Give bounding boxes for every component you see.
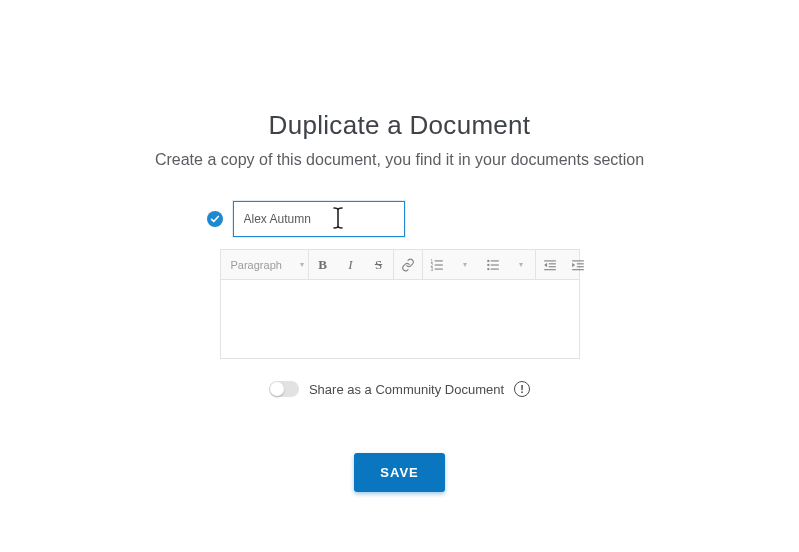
share-label: Share as a Community Document [309,382,504,397]
svg-rect-6 [434,268,442,269]
svg-marker-22 [572,262,575,267]
indent-button[interactable] [564,250,592,280]
toolbar-group-lists: 123 ▾ ▾ [423,250,536,279]
ordered-list-button[interactable]: 123 [423,250,451,280]
svg-point-11 [487,267,489,269]
svg-point-7 [487,259,489,261]
editor-body[interactable] [221,280,579,358]
duplicate-form: Paragraph ▾ B I S 123 ▾ [220,201,580,492]
svg-marker-17 [544,262,547,267]
svg-rect-10 [490,264,498,265]
svg-rect-14 [548,263,555,264]
toolbar-group-link [394,250,423,279]
strikethrough-button[interactable]: S [365,250,393,280]
svg-rect-19 [576,263,583,264]
outdent-button[interactable] [536,250,564,280]
svg-rect-21 [572,269,584,270]
toggle-knob [270,382,284,396]
svg-rect-8 [490,260,498,261]
ordered-list-caret[interactable]: ▾ [451,250,479,280]
share-row: Share as a Community Document ! [269,381,530,397]
chevron-down-icon: ▾ [519,260,523,269]
bold-button[interactable]: B [309,250,337,280]
save-button[interactable]: SAVE [354,453,444,492]
link-button[interactable] [394,250,422,280]
rich-text-editor: Paragraph ▾ B I S 123 ▾ [220,249,580,359]
toolbar-group-indent [536,250,592,279]
chevron-down-icon: ▾ [463,260,467,269]
editor-toolbar: Paragraph ▾ B I S 123 ▾ [221,250,579,280]
svg-point-9 [487,263,489,265]
page-subtitle: Create a copy of this document, you find… [155,151,644,169]
svg-rect-20 [576,266,583,267]
svg-rect-4 [434,264,442,265]
document-title-input[interactable] [233,201,405,237]
svg-rect-16 [544,269,556,270]
page: Duplicate a Document Create a copy of th… [0,0,799,492]
svg-rect-18 [572,260,584,261]
italic-button[interactable]: I [337,250,365,280]
svg-rect-15 [548,266,555,267]
block-style-label: Paragraph [231,259,282,271]
info-icon[interactable]: ! [514,381,530,397]
chevron-down-icon: ▾ [300,260,304,269]
page-title: Duplicate a Document [269,110,531,141]
block-style-select[interactable]: Paragraph ▾ [221,250,309,279]
toolbar-group-format: B I S [309,250,394,279]
unordered-list-caret[interactable]: ▾ [507,250,535,280]
svg-text:3: 3 [430,267,433,272]
unordered-list-button[interactable] [479,250,507,280]
title-row [207,201,567,237]
title-input-wrap [233,201,567,237]
share-toggle[interactable] [269,381,299,397]
svg-rect-2 [434,260,442,261]
check-circle-icon [207,211,223,227]
svg-rect-13 [544,260,556,261]
svg-rect-12 [490,268,498,269]
